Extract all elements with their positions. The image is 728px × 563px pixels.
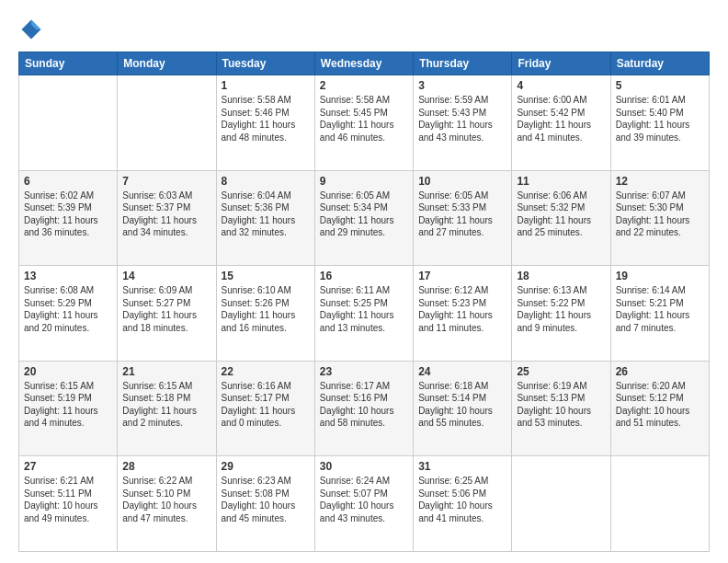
calendar-day-cell: 15Sunrise: 6:10 AM Sunset: 5:26 PM Dayli… [216,266,314,362]
day-info: Sunrise: 6:03 AM Sunset: 5:37 PM Dayligh… [122,190,210,239]
calendar-day-cell: 12Sunrise: 6:07 AM Sunset: 5:30 PM Dayli… [610,170,709,266]
day-number: 24 [418,365,506,378]
calendar-day-cell: 14Sunrise: 6:09 AM Sunset: 5:27 PM Dayli… [118,266,216,362]
day-info: Sunrise: 6:11 AM Sunset: 5:25 PM Dayligh… [320,284,408,334]
day-number: 7 [122,175,210,188]
day-info: Sunrise: 6:25 AM Sunset: 5:06 PM Dayligh… [418,475,506,524]
day-number: 23 [320,365,408,378]
calendar-day-cell: 1Sunrise: 5:58 AM Sunset: 5:46 PM Daylig… [216,75,314,171]
day-number: 2 [320,79,408,92]
day-number: 22 [222,365,310,378]
logo-icon [18,17,44,42]
calendar-day-cell: 30Sunrise: 6:24 AM Sunset: 5:07 PM Dayli… [314,456,413,552]
calendar-day-cell: 11Sunrise: 6:06 AM Sunset: 5:32 PM Dayli… [512,170,610,266]
day-number: 1 [222,79,310,92]
day-info: Sunrise: 6:16 AM Sunset: 5:17 PM Dayligh… [222,380,310,430]
weekday-header-cell: Monday [118,52,216,75]
calendar-day-cell: 6Sunrise: 6:02 AM Sunset: 5:39 PM Daylig… [19,170,118,266]
day-info: Sunrise: 6:19 AM Sunset: 5:13 PM Dayligh… [517,380,605,430]
day-info: Sunrise: 6:01 AM Sunset: 5:40 PM Dayligh… [616,94,704,144]
calendar-day-cell: 10Sunrise: 6:05 AM Sunset: 5:33 PM Dayli… [414,170,512,266]
day-info: Sunrise: 6:07 AM Sunset: 5:30 PM Dayligh… [616,190,704,239]
weekday-header-cell: Wednesday [314,52,413,75]
day-info: Sunrise: 6:04 AM Sunset: 5:36 PM Dayligh… [222,190,310,239]
day-number: 3 [418,79,506,92]
calendar-day-cell: 13Sunrise: 6:08 AM Sunset: 5:29 PM Dayli… [19,266,118,362]
day-info: Sunrise: 6:09 AM Sunset: 5:27 PM Dayligh… [122,284,210,334]
day-info: Sunrise: 6:20 AM Sunset: 5:12 PM Dayligh… [616,380,704,430]
day-number: 19 [616,270,704,282]
calendar-day-cell: 21Sunrise: 6:15 AM Sunset: 5:18 PM Dayli… [118,361,216,456]
day-info: Sunrise: 6:06 AM Sunset: 5:32 PM Dayligh… [517,190,605,239]
day-number: 29 [222,460,310,473]
calendar-day-cell: 27Sunrise: 6:21 AM Sunset: 5:11 PM Dayli… [19,456,118,552]
header [18,17,710,42]
calendar-table: SundayMondayTuesdayWednesdayThursdayFrid… [18,52,710,552]
day-number: 27 [24,460,112,473]
day-info: Sunrise: 6:08 AM Sunset: 5:29 PM Dayligh… [24,284,112,334]
calendar-week-row: 13Sunrise: 6:08 AM Sunset: 5:29 PM Dayli… [19,266,710,362]
day-info: Sunrise: 6:17 AM Sunset: 5:16 PM Dayligh… [320,380,408,430]
day-info: Sunrise: 5:58 AM Sunset: 5:46 PM Dayligh… [222,94,310,144]
calendar-day-cell: 5Sunrise: 6:01 AM Sunset: 5:40 PM Daylig… [610,75,709,171]
day-info: Sunrise: 6:14 AM Sunset: 5:21 PM Dayligh… [616,284,704,334]
day-info: Sunrise: 6:02 AM Sunset: 5:39 PM Dayligh… [24,190,112,239]
calendar-day-cell: 26Sunrise: 6:20 AM Sunset: 5:12 PM Dayli… [610,361,709,456]
weekday-header-cell: Thursday [414,52,512,75]
day-number: 26 [616,365,704,378]
calendar-day-cell: 31Sunrise: 6:25 AM Sunset: 5:06 PM Dayli… [414,456,512,552]
day-number: 16 [320,270,408,282]
day-info: Sunrise: 6:23 AM Sunset: 5:08 PM Dayligh… [222,475,310,524]
day-info: Sunrise: 6:22 AM Sunset: 5:10 PM Dayligh… [122,475,210,524]
day-info: Sunrise: 5:59 AM Sunset: 5:43 PM Dayligh… [418,94,506,144]
calendar-day-cell: 22Sunrise: 6:16 AM Sunset: 5:17 PM Dayli… [216,361,314,456]
calendar-day-cell: 29Sunrise: 6:23 AM Sunset: 5:08 PM Dayli… [216,456,314,552]
day-number: 25 [517,365,605,378]
calendar-day-cell: 3Sunrise: 5:59 AM Sunset: 5:43 PM Daylig… [414,75,512,171]
weekday-header-cell: Sunday [19,52,118,75]
calendar-day-cell: 8Sunrise: 6:04 AM Sunset: 5:36 PM Daylig… [216,170,314,266]
day-info: Sunrise: 6:00 AM Sunset: 5:42 PM Dayligh… [517,94,605,144]
weekday-header-cell: Tuesday [216,52,314,75]
day-number: 12 [616,175,704,188]
day-info: Sunrise: 6:05 AM Sunset: 5:33 PM Dayligh… [418,190,506,239]
day-info: Sunrise: 6:10 AM Sunset: 5:26 PM Dayligh… [222,284,310,334]
logo [18,17,48,42]
day-number: 17 [418,270,506,282]
calendar-day-cell: 19Sunrise: 6:14 AM Sunset: 5:21 PM Dayli… [610,266,709,362]
day-number: 5 [616,79,704,92]
day-number: 6 [24,175,112,188]
weekday-header-row: SundayMondayTuesdayWednesdayThursdayFrid… [19,52,710,75]
day-number: 31 [418,460,506,473]
day-number: 13 [24,270,112,282]
day-info: Sunrise: 6:13 AM Sunset: 5:22 PM Dayligh… [517,284,605,334]
day-number: 10 [418,175,506,188]
day-number: 15 [222,270,310,282]
day-info: Sunrise: 6:12 AM Sunset: 5:23 PM Dayligh… [418,284,506,334]
calendar-day-cell: 16Sunrise: 6:11 AM Sunset: 5:25 PM Dayli… [314,266,413,362]
day-number: 18 [517,270,605,282]
calendar-week-row: 1Sunrise: 5:58 AM Sunset: 5:46 PM Daylig… [19,75,710,171]
calendar-day-cell: 2Sunrise: 5:58 AM Sunset: 5:45 PM Daylig… [314,75,413,171]
day-info: Sunrise: 6:15 AM Sunset: 5:19 PM Dayligh… [24,380,112,430]
calendar-day-cell [118,75,216,171]
calendar-day-cell [19,75,118,171]
calendar-day-cell: 9Sunrise: 6:05 AM Sunset: 5:34 PM Daylig… [314,170,413,266]
calendar-week-row: 27Sunrise: 6:21 AM Sunset: 5:11 PM Dayli… [19,456,710,552]
day-number: 9 [320,175,408,188]
calendar-day-cell: 24Sunrise: 6:18 AM Sunset: 5:14 PM Dayli… [414,361,512,456]
weekday-header-cell: Saturday [610,52,709,75]
calendar-day-cell: 7Sunrise: 6:03 AM Sunset: 5:37 PM Daylig… [118,170,216,266]
calendar-page: SundayMondayTuesdayWednesdayThursdayFrid… [0,0,728,563]
calendar-day-cell: 25Sunrise: 6:19 AM Sunset: 5:13 PM Dayli… [512,361,610,456]
calendar-day-cell: 18Sunrise: 6:13 AM Sunset: 5:22 PM Dayli… [512,266,610,362]
day-number: 20 [24,365,112,378]
weekday-header-cell: Friday [512,52,610,75]
day-number: 30 [320,460,408,473]
day-info: Sunrise: 5:58 AM Sunset: 5:45 PM Dayligh… [320,94,408,144]
calendar-day-cell [512,456,610,552]
day-number: 8 [222,175,310,188]
calendar-day-cell [610,456,709,552]
day-number: 21 [122,365,210,378]
day-number: 11 [517,175,605,188]
